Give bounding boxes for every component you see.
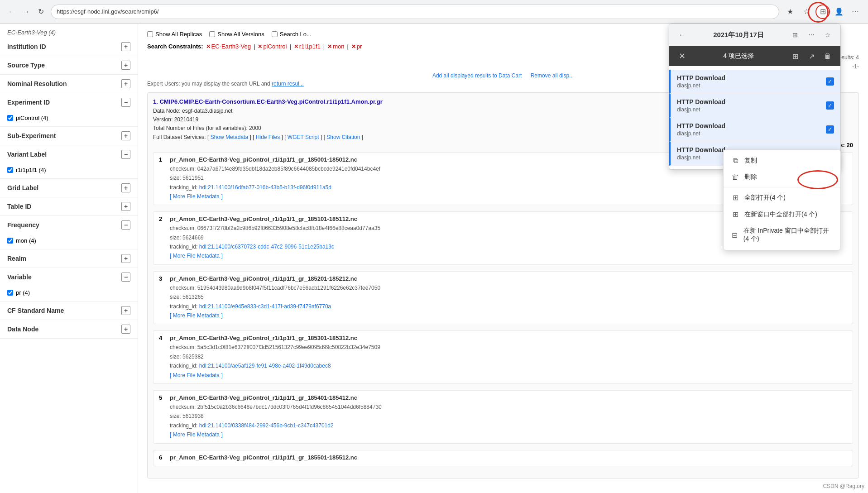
collections-button[interactable]: ☆ bbox=[799, 5, 814, 19]
constraint-ec-earth[interactable]: ✕ EC-Earth3-Veg bbox=[206, 43, 251, 50]
show-replicas-option[interactable]: Show All Replicas bbox=[147, 31, 202, 38]
frequency-content: mon (4) bbox=[0, 234, 138, 249]
context-menu-delete[interactable]: 🗑 删除 bbox=[724, 169, 840, 185]
experiment-picontrol-checkbox[interactable] bbox=[7, 115, 13, 121]
more-metadata-1[interactable]: [ More File Metadata ] bbox=[170, 193, 223, 200]
context-menu-copy[interactable]: ⧉ 复制 bbox=[724, 153, 840, 169]
download-item-3[interactable]: HTTP Download diasjp.net ✓ bbox=[669, 118, 840, 142]
sidebar-header-sub-experiment[interactable]: Sub-Experiment + bbox=[0, 127, 138, 145]
back-button[interactable]: ← bbox=[5, 5, 18, 18]
tracking-link-5[interactable]: hdl:21.14100/0338f484-2992-456b-9cb1-c34… bbox=[199, 422, 334, 429]
constraint-mon[interactable]: ✕ mon bbox=[327, 43, 344, 50]
more-metadata-4[interactable]: [ More File Metadata ] bbox=[170, 372, 223, 378]
sidebar-header-experiment-id[interactable]: Experiment ID − bbox=[0, 93, 138, 111]
address-bar[interactable]: https://esgf-node.llnl.gov/search/cmip6/ bbox=[51, 5, 779, 19]
sidebar-header-data-node[interactable]: Data Node + bbox=[0, 320, 138, 338]
download-item-1[interactable]: HTTP Download diasjp.net ✓ bbox=[669, 70, 840, 94]
selection-copy-button[interactable]: ⊞ bbox=[789, 50, 801, 62]
more-metadata-2[interactable]: [ More File Metadata ] bbox=[170, 253, 223, 259]
realm-toggle[interactable]: + bbox=[121, 254, 130, 263]
download-item-1-sub: diasjp.net bbox=[677, 82, 826, 89]
sidebar-header-grid-label[interactable]: Grid Label + bbox=[0, 179, 138, 197]
variant-label-content: r1i1p1f1 (4) bbox=[0, 163, 138, 178]
download-item-2-checkbox[interactable]: ✓ bbox=[826, 101, 834, 110]
frequency-mon-checkbox[interactable] bbox=[7, 238, 13, 244]
bookmark-button[interactable]: ★ bbox=[783, 5, 797, 19]
remove-all-link[interactable]: Remove all disp... bbox=[531, 72, 574, 79]
variable-toggle[interactable]: − bbox=[121, 273, 130, 282]
sidebar-header-realm[interactable]: Realm + bbox=[0, 249, 138, 268]
sidebar-item-nominal-resolution: Nominal Resolution + bbox=[0, 75, 138, 93]
source-type-toggle[interactable]: + bbox=[121, 61, 130, 70]
history-more-button[interactable]: ⋯ bbox=[805, 29, 818, 41]
sub-experiment-toggle[interactable]: + bbox=[121, 131, 130, 140]
sidebar-header-nominal-resolution[interactable]: Nominal Resolution + bbox=[0, 75, 138, 93]
selection-delete-button[interactable]: 🗑 bbox=[821, 50, 834, 62]
table-id-toggle[interactable]: + bbox=[121, 202, 130, 211]
sidebar-header-table-id[interactable]: Table ID + bbox=[0, 197, 138, 215]
context-menu-open-all[interactable]: ⊞ 全部打开(4 个) bbox=[724, 189, 840, 206]
data-node-toggle[interactable]: + bbox=[121, 325, 130, 334]
show-metadata-link[interactable]: Show Metadata bbox=[211, 134, 248, 140]
search-local-option[interactable]: Search Lo... bbox=[272, 31, 312, 38]
sidebar-header-institution-id[interactable]: Institution ID + bbox=[0, 38, 138, 56]
menu-button[interactable]: ⋯ bbox=[848, 5, 863, 19]
copy-icon: ⧉ bbox=[731, 157, 740, 165]
history-new-tab-button[interactable]: ⊞ bbox=[789, 29, 801, 41]
variant-r1i1p1f1-checkbox[interactable] bbox=[7, 167, 13, 173]
return-results-link[interactable]: return resul... bbox=[272, 81, 304, 87]
history-back-button[interactable]: ← bbox=[676, 29, 688, 41]
variant-r1i1p1f1[interactable]: r1i1p1f1 (4) bbox=[7, 165, 130, 175]
history-star-button[interactable]: ☆ bbox=[821, 29, 834, 41]
download-item-2[interactable]: HTTP Download diasjp.net ✓ bbox=[669, 94, 840, 118]
download-item-1-checkbox[interactable]: ✓ bbox=[826, 77, 834, 86]
selection-close-button[interactable]: ✕ bbox=[676, 50, 688, 62]
wget-script-link[interactable]: WGET Script bbox=[288, 134, 319, 140]
sidebar-header-frequency[interactable]: Frequency − bbox=[0, 216, 138, 234]
show-versions-option[interactable]: Show All Versions bbox=[209, 31, 264, 38]
file-detail-3: checksum: 51954d43980aa9d9b8f047f5f11cad… bbox=[170, 283, 847, 321]
variable-pr[interactable]: pr (4) bbox=[7, 288, 130, 297]
variable-pr-checkbox[interactable] bbox=[7, 290, 13, 296]
add-all-link[interactable]: Add all displayed results to Data Cart bbox=[432, 72, 522, 79]
variant-label-toggle[interactable]: − bbox=[121, 150, 130, 159]
forward-button[interactable]: → bbox=[20, 5, 33, 18]
sidebar-header-cf-standard-name[interactable]: CF Standard Name + bbox=[0, 302, 138, 320]
grid-label-toggle[interactable]: + bbox=[121, 183, 130, 192]
checksum-5: checksum: 2bf515c0a2b36c6648e7bdc17ddc03… bbox=[170, 402, 847, 412]
sidebar-header-source-type[interactable]: Source Type + bbox=[0, 56, 138, 74]
frequency-mon[interactable]: mon (4) bbox=[7, 236, 130, 245]
more-metadata-5[interactable]: [ More File Metadata ] bbox=[170, 431, 223, 438]
tracking-link-2[interactable]: hdl:21.14100/c6370723-cddc-47c2-9096-51c… bbox=[199, 244, 334, 250]
download-item-3-checkbox[interactable]: ✓ bbox=[826, 125, 834, 134]
refresh-button[interactable]: ↻ bbox=[34, 5, 47, 18]
profile-button[interactable]: 👤 bbox=[832, 5, 846, 19]
more-metadata-3[interactable]: [ More File Metadata ] bbox=[170, 312, 223, 319]
frequency-toggle[interactable]: − bbox=[121, 220, 130, 230]
selection-share-button[interactable]: ↗ bbox=[805, 50, 818, 62]
show-citation-link[interactable]: Show Citation bbox=[326, 134, 360, 140]
file-detail-4: checksum: 5a5c3d1c0f81e6372ff007f3d52156… bbox=[170, 343, 847, 380]
tracking-link-3[interactable]: hdl:21.14100/e945e833-c3d1-417f-ad39-f74… bbox=[199, 303, 331, 310]
nominal-resolution-toggle[interactable]: + bbox=[121, 79, 130, 88]
tracking-link-4[interactable]: hdl:21.14100/ae5af129-fe91-498e-a402-1f4… bbox=[199, 363, 331, 369]
cf-standard-name-toggle[interactable]: + bbox=[121, 306, 130, 315]
constraint-picontrol[interactable]: ✕ piControl bbox=[258, 43, 287, 50]
context-menu-open-inprivate[interactable]: ⊟ 在新 InPrivate 窗口中全部打开(4 个) bbox=[724, 223, 840, 247]
experiment-id-toggle[interactable]: − bbox=[121, 98, 130, 107]
sidebar-header-variable[interactable]: Variable − bbox=[0, 268, 138, 286]
experiment-picontrol[interactable]: piControl (4) bbox=[7, 113, 130, 123]
constraint-r1i1p1f1[interactable]: ✕ r1i1p1f1 bbox=[294, 43, 321, 50]
tab-groups-button[interactable]: ⊞ bbox=[815, 5, 830, 19]
hide-files-link[interactable]: Hide Files bbox=[256, 134, 280, 140]
tracking-3: tracking_id: hdl:21.14100/e945e833-c3d1-… bbox=[170, 302, 847, 311]
show-versions-checkbox[interactable] bbox=[209, 31, 215, 37]
search-local-checkbox[interactable] bbox=[272, 31, 278, 37]
constraint-pr[interactable]: ✕ pr bbox=[351, 43, 362, 50]
show-replicas-checkbox[interactable] bbox=[147, 31, 153, 37]
sidebar-item-realm: Realm + bbox=[0, 249, 138, 268]
sidebar-header-variant-label[interactable]: Variant Label − bbox=[0, 145, 138, 163]
context-menu-open-new-window[interactable]: ⊞ 在新窗口中全部打开(4 个) bbox=[724, 206, 840, 223]
institution-id-toggle[interactable]: + bbox=[121, 42, 130, 51]
tracking-link-1[interactable]: hdl:21.14100/16dfab77-016b-43b5-b13f-d96… bbox=[199, 184, 331, 191]
